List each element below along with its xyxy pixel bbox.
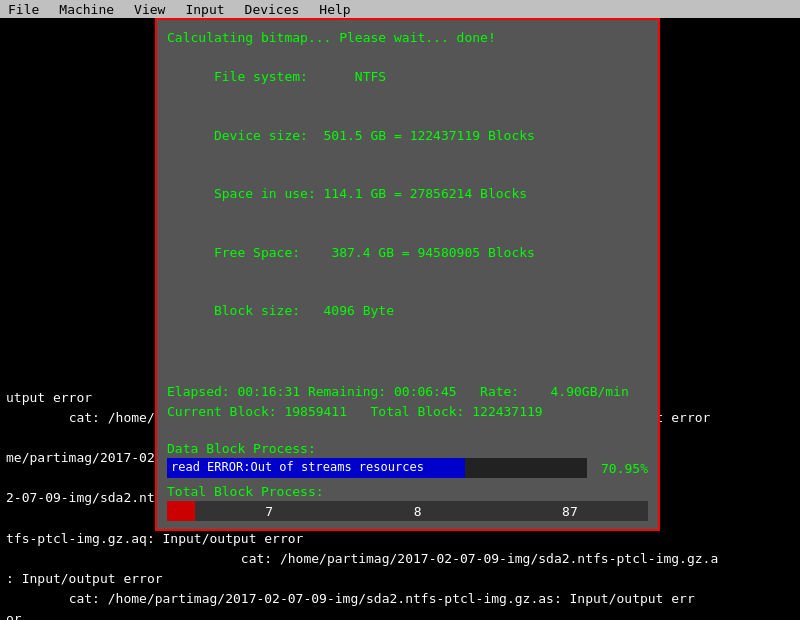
menu-devices[interactable]: Devices [241,2,304,17]
terminal-line-11: or [6,609,794,620]
total-num2: 8 [414,504,422,519]
menu-machine[interactable]: Machine [55,2,118,17]
total-num1: 7 [265,504,273,519]
data-block-percent: 70.95% [593,461,648,476]
total-num3: 87 [562,504,578,519]
dialog-title: Calculating bitmap... Please wait... don… [167,28,648,48]
dialog-currentblock: Current Block: 19859411 Total Block: 122… [167,402,648,422]
dialog-fs: File system: NTFS [167,48,648,107]
total-block-label: Total Block Process: [167,484,648,499]
dialog-freespace: Free Space: 387.4 GB = 94580905 Blocks [167,223,648,282]
menu-help[interactable]: Help [315,2,354,17]
menu-bar: File Machine View Input Devices Help [0,0,800,18]
terminal-line-8: cat: /home/partimag/2017-02-07-09-img/sd… [6,549,794,569]
total-progress-red-segment [167,501,195,521]
menu-view[interactable]: View [130,2,169,17]
menu-file[interactable]: File [4,2,43,17]
partclone-dialog: Calculating bitmap... Please wait... don… [155,18,660,531]
dialog-elapsed: Elapsed: 00:16:31 Remaining: 00:06:45 Ra… [167,382,648,402]
data-block-label: Data Block Process: [167,441,648,456]
data-block-bar-text: read ERROR:Out of streams resources [171,460,424,474]
main-content: utput error cat: /home/partimag/2017-02-… [0,18,800,620]
dialog-spaceused: Space in use: 114.1 GB = 27856214 Blocks [167,165,648,224]
total-progress-numbers: 7 8 87 [195,504,648,519]
data-block-progress: read ERROR:Out of streams resources 70.9… [167,458,648,478]
dialog-blocksize: Block size: 4096 Byte [167,282,648,341]
dialog-devsize: Device size: 501.5 GB = 122437119 Blocks [167,106,648,165]
total-block-progress: 7 8 87 [167,501,648,521]
terminal-line-9: : Input/output error [6,569,794,589]
terminal-line-10: cat: /home/partimag/2017-02-07-09-img/sd… [6,589,794,609]
menu-input[interactable]: Input [181,2,228,17]
terminal-line-7: tfs-ptcl-img.gz.aq: Input/output error [6,529,794,549]
